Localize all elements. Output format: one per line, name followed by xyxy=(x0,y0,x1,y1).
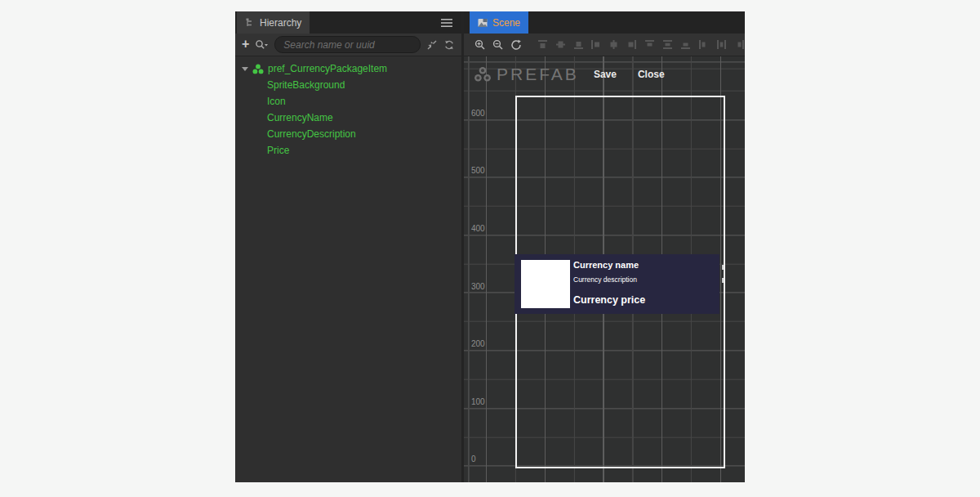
ruler-edge xyxy=(468,56,469,482)
tree-children: SpriteBackground Icon CurrencyName Curre… xyxy=(235,77,461,159)
tree-node-label: Icon xyxy=(267,96,286,107)
zoom-in-icon[interactable] xyxy=(474,38,486,52)
currency-icon-sprite[interactable] xyxy=(521,260,570,308)
hierarchy-toolbar: + xyxy=(235,34,461,56)
currency-price-text[interactable]: Currency price xyxy=(573,294,645,306)
prefab-close-button[interactable]: Close xyxy=(638,69,665,80)
tree-node[interactable]: SpriteBackground xyxy=(235,77,461,93)
ruler-label: 600 xyxy=(471,109,492,118)
align-right-icon[interactable] xyxy=(626,38,638,52)
align-top-icon[interactable] xyxy=(537,38,548,52)
tab-scene-label: Scene xyxy=(492,17,520,29)
tree-node-label: Price xyxy=(267,145,289,156)
prefab-save-button[interactable]: Save xyxy=(594,69,617,80)
distribute-left-icon[interactable] xyxy=(697,38,709,52)
desktop: Hierarchy + xyxy=(0,0,980,497)
ruler-label: 200 xyxy=(471,339,492,348)
align-center-icon[interactable] xyxy=(608,38,620,52)
hierarchy-panel: Hierarchy + xyxy=(235,11,464,482)
hierarchy-menu-icon[interactable] xyxy=(439,16,454,30)
align-left-icon[interactable] xyxy=(590,38,602,52)
tab-hierarchy[interactable]: Hierarchy xyxy=(237,11,310,34)
hierarchy-tree-icon xyxy=(245,18,255,28)
ruler-label: 400 xyxy=(471,224,492,233)
scene-icon xyxy=(478,18,488,28)
gizmo-tick xyxy=(722,278,724,283)
tree-node[interactable]: Icon xyxy=(235,93,461,110)
expand-arrow-icon[interactable] xyxy=(242,67,248,71)
tree-node-label: CurrencyDescription xyxy=(267,128,356,140)
align-bottom-icon[interactable] xyxy=(572,38,584,52)
search-filter-icon[interactable] xyxy=(255,38,269,52)
ruler-label: 100 xyxy=(471,397,492,406)
tab-hierarchy-label: Hierarchy xyxy=(260,17,301,29)
search-input[interactable] xyxy=(274,36,421,53)
tree-node-label: pref_CurrencyPackageItem xyxy=(268,63,387,74)
distribute-bottom-icon[interactable] xyxy=(679,38,691,52)
prefab-mode-title: PREFAB xyxy=(497,65,579,84)
tree-node[interactable]: Price xyxy=(235,142,461,159)
currency-name-text[interactable]: Currency name xyxy=(573,260,639,270)
collapse-all-icon[interactable] xyxy=(426,38,438,52)
scene-toolbar xyxy=(464,34,745,56)
currency-package-item[interactable]: Currency name Currency description Curre… xyxy=(514,254,719,314)
ruler-label: 0 xyxy=(471,454,492,463)
editor-window: Hierarchy + xyxy=(235,11,745,482)
align-middle-icon[interactable] xyxy=(555,38,566,52)
tree-node[interactable]: CurrencyDescription xyxy=(235,126,461,142)
create-node-button[interactable]: + xyxy=(242,37,249,51)
prefab-icon xyxy=(474,66,492,83)
hierarchy-tree: pref_CurrencyPackageItem SpriteBackgroun… xyxy=(235,56,461,482)
distribute-right-icon[interactable] xyxy=(733,38,745,52)
tab-scene[interactable]: Scene xyxy=(470,11,528,34)
hierarchy-tabbar: Hierarchy xyxy=(235,11,461,34)
currency-description-text[interactable]: Currency description xyxy=(573,275,637,284)
prefab-mode-bar: PREFAB Save Close xyxy=(474,62,665,87)
scene-tabbar: Scene xyxy=(464,11,745,34)
refresh-icon[interactable] xyxy=(443,38,455,52)
tree-node[interactable]: CurrencyName xyxy=(235,110,461,126)
tree-node-label: CurrencyName xyxy=(267,112,333,123)
ruler-label: 300 xyxy=(471,282,492,291)
scene-canvas[interactable]: PREFAB Save Close Currency name Currency… xyxy=(464,56,745,482)
reset-view-icon[interactable] xyxy=(510,38,522,52)
distribute-middle-icon[interactable] xyxy=(662,38,674,52)
gizmo-tick xyxy=(722,265,724,270)
distribute-center-icon[interactable] xyxy=(715,38,727,52)
tree-node-label: SpriteBackground xyxy=(267,79,345,91)
zoom-out-icon[interactable] xyxy=(492,38,504,52)
tree-node-root[interactable]: pref_CurrencyPackageItem xyxy=(235,60,461,77)
ruler-label: 500 xyxy=(471,166,492,175)
prefab-icon xyxy=(252,64,264,74)
distribute-top-icon[interactable] xyxy=(644,38,656,52)
scene-panel: Scene xyxy=(464,11,745,482)
